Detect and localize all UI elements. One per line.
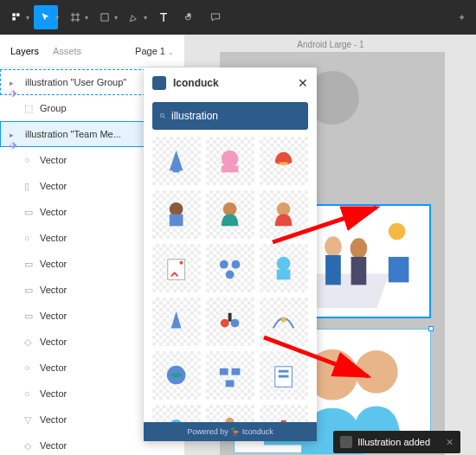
svg-rect-39 — [226, 381, 235, 388]
layer-label: illustration "User Group" — [25, 77, 126, 87]
toast-notification: Illustration added ✕ — [333, 431, 460, 453]
chevron-down-icon[interactable]: ▾ — [114, 14, 118, 22]
svg-point-27 — [220, 260, 228, 269]
svg-rect-3 — [101, 14, 108, 21]
svg-point-21 — [170, 202, 183, 216]
layer-label: Vector — [40, 388, 67, 399]
tab-assets[interactable]: Assets — [53, 46, 81, 56]
svg-point-12 — [351, 238, 368, 259]
layer-label: Vector — [40, 440, 67, 451]
layer-icon: ▽ — [24, 414, 35, 425]
svg-point-17 — [160, 113, 164, 117]
result-item[interactable] — [260, 190, 308, 239]
layer-icon: ▭ — [24, 311, 35, 321]
hand-tool-icon[interactable] — [177, 5, 202, 29]
layer-icon: ○ — [24, 362, 35, 373]
close-icon[interactable]: ✕ — [298, 76, 308, 90]
search-field[interactable] — [171, 110, 301, 122]
svg-point-35 — [281, 317, 286, 323]
result-item[interactable] — [152, 298, 201, 346]
layer-icon: ○ — [24, 233, 35, 243]
svg-point-19 — [222, 151, 239, 168]
layer-icon: ▸ ⬗ — [10, 77, 20, 87]
panel-footer: Powered by 🦆 Iconduck — [144, 422, 317, 441]
chevron-down-icon[interactable]: ▾ — [144, 14, 147, 22]
layer-icon: ○ — [24, 155, 35, 165]
result-item[interactable] — [260, 137, 308, 185]
result-item[interactable] — [260, 298, 308, 346]
sparkle-icon[interactable]: ✦ — [458, 12, 466, 23]
result-item[interactable] — [152, 351, 201, 400]
move-tool-icon[interactable] — [34, 5, 58, 29]
svg-rect-7 — [389, 257, 409, 282]
svg-point-32 — [221, 319, 229, 328]
layer-label: Group — [40, 103, 67, 113]
iconduck-logo-icon — [152, 76, 166, 90]
svg-rect-18 — [173, 168, 180, 173]
frame-label[interactable]: Android Large - 1 — [297, 40, 363, 49]
layer-icon: ◇ — [24, 336, 35, 347]
layer-icon: ▭ — [24, 259, 35, 269]
svg-point-33 — [231, 319, 240, 328]
svg-point-26 — [180, 261, 183, 265]
svg-rect-22 — [170, 215, 183, 227]
layer-icon: ○ — [24, 388, 35, 399]
search-icon — [159, 110, 166, 122]
iconduck-panel: Iconduck ✕ Powered by 🦆 Iconduck — [144, 67, 317, 441]
layer-label: Vector — [40, 414, 67, 425]
layer-label: Vector — [40, 181, 67, 191]
layer-label: Vector — [40, 362, 67, 373]
layer-icon: ▯ — [24, 181, 35, 191]
result-item[interactable] — [152, 190, 201, 239]
comment-tool-icon[interactable] — [203, 5, 228, 29]
layer-label: Vector — [40, 336, 67, 347]
result-item[interactable] — [206, 298, 254, 346]
result-item[interactable] — [260, 351, 308, 400]
result-item[interactable] — [152, 137, 201, 185]
toast-message: Illustration added — [357, 437, 430, 447]
toast-close-icon[interactable]: ✕ — [446, 437, 453, 448]
svg-point-15 — [355, 350, 398, 394]
result-item[interactable] — [152, 405, 201, 422]
chevron-down-icon[interactable]: ▾ — [55, 14, 59, 22]
svg-point-28 — [232, 260, 241, 269]
svg-rect-37 — [220, 368, 228, 375]
result-item[interactable] — [260, 244, 308, 292]
chevron-down-icon[interactable]: ▾ — [26, 14, 29, 22]
result-item[interactable] — [260, 405, 308, 422]
svg-rect-41 — [279, 370, 289, 373]
result-item[interactable] — [206, 405, 254, 422]
frame-tool-icon[interactable] — [63, 5, 87, 29]
layer-label: Vector — [40, 233, 67, 243]
svg-rect-11 — [325, 255, 341, 285]
page-selector[interactable]: Page 1 ⌄ — [135, 46, 174, 56]
layer-label: Vector — [40, 285, 67, 295]
result-item[interactable] — [206, 137, 254, 185]
text-tool-icon[interactable]: T — [151, 5, 176, 29]
svg-rect-38 — [232, 368, 241, 375]
panel-title: Iconduck — [173, 77, 219, 89]
svg-rect-20 — [222, 166, 239, 173]
pen-tool-icon[interactable] — [122, 5, 146, 29]
result-item[interactable] — [206, 244, 254, 292]
chevron-down-icon[interactable]: ▾ — [85, 14, 88, 22]
svg-rect-0 — [12, 13, 16, 16]
layer-label: Vector — [40, 207, 67, 217]
layer-label: Vector — [40, 311, 67, 321]
svg-point-24 — [277, 202, 291, 216]
tab-layers[interactable]: Layers — [10, 46, 39, 56]
svg-point-6 — [389, 223, 406, 240]
svg-point-29 — [226, 271, 235, 279]
figma-menu-icon[interactable] — [4, 5, 29, 29]
layer-icon: ▭ — [24, 285, 35, 295]
result-item[interactable] — [206, 351, 254, 400]
result-item[interactable] — [206, 190, 254, 239]
layer-icon: ⬚ — [24, 103, 35, 113]
result-item[interactable] — [152, 244, 201, 292]
search-input[interactable] — [152, 102, 308, 130]
layer-icon: ◇ — [24, 440, 35, 451]
svg-rect-2 — [16, 13, 20, 16]
svg-rect-42 — [279, 375, 289, 378]
svg-rect-34 — [228, 313, 232, 322]
shape-tool-icon[interactable] — [93, 5, 117, 29]
